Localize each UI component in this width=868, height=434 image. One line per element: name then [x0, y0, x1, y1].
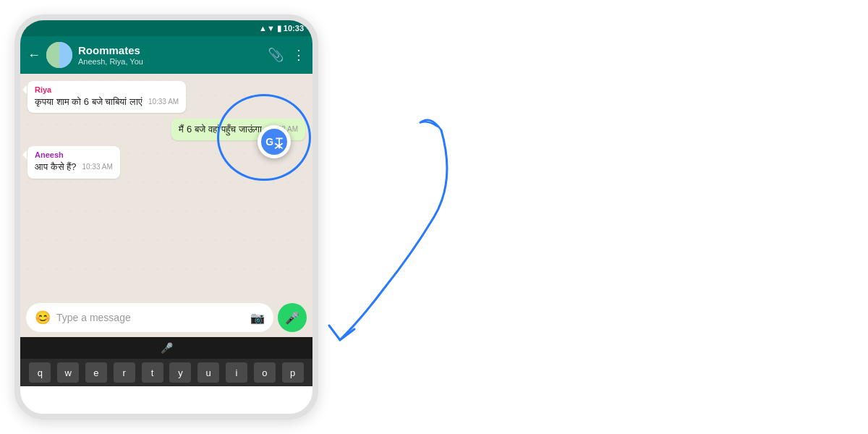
key-p[interactable]: p [282, 362, 304, 383]
message-time-1: 10:33 AM [148, 97, 179, 107]
voice-message-button[interactable]: 🎤 [278, 303, 307, 332]
attach-icon[interactable]: 📎 [268, 47, 284, 63]
key-i[interactable]: i [226, 362, 247, 383]
translate-fab-inner: G [261, 129, 287, 155]
message-time-3: 10:33 AM [82, 162, 112, 172]
mic-icon: 🎤 [285, 311, 299, 325]
input-bar: 😊 Type a message 📷 🎤 [20, 298, 312, 337]
message-aneesh: Aneesh आप कैसे हैं? 10:33 AM [27, 146, 120, 178]
key-y[interactable]: y [169, 362, 191, 383]
signal-icon: ▲▼ [259, 24, 275, 33]
emoji-button[interactable]: 😊 [35, 310, 51, 326]
phone-wrapper: ▲▼ ▮ 10:33 ← Roommates Aneesh, Riya, You… [14, 14, 318, 420]
more-options-icon[interactable]: ⋮ [292, 47, 305, 63]
message-input[interactable]: Type a message [56, 312, 244, 323]
battery-icon: ▮ [277, 24, 281, 33]
chat-header: ← Roommates Aneesh, Riya, You 📎 ⋮ [20, 36, 312, 74]
chat-area: Riya कृपया शाम को 6 बजे चाबियां लाएं 10:… [20, 74, 312, 298]
keyboard-keys-row: q w e r t y u i o p [20, 359, 312, 386]
google-translate-icon: G [264, 132, 284, 152]
message-riya: Riya कृपया शाम को 6 बजे चाबियां लाएं 10:… [27, 81, 186, 113]
time-display: 10:33 [284, 24, 304, 33]
keyboard-mic-icon[interactable]: 🎤 [161, 342, 173, 354]
key-t[interactable]: t [142, 362, 163, 383]
message-input-wrapper[interactable]: 😊 Type a message 📷 [26, 303, 273, 332]
key-u[interactable]: u [197, 362, 219, 383]
header-info: Roommates Aneesh, Riya, You [78, 44, 262, 66]
status-bar: ▲▼ ▮ 10:33 [20, 20, 312, 36]
key-e[interactable]: e [85, 362, 107, 383]
message-text-3: आप कैसे हैं? 10:33 AM [35, 161, 113, 174]
svg-text:G: G [265, 136, 273, 148]
translate-fab[interactable]: G [258, 125, 291, 158]
camera-button[interactable]: 📷 [250, 311, 265, 325]
back-button[interactable]: ← [27, 48, 41, 63]
avatar-left [46, 42, 59, 68]
message-text-1: कृपया शाम को 6 बजे चाबियां लाएं 10:33 AM [35, 95, 179, 109]
key-q[interactable]: q [29, 362, 51, 383]
key-o[interactable]: o [254, 362, 276, 383]
group-members: Aneesh, Riya, You [78, 57, 262, 66]
sender-name-aneesh: Aneesh [35, 150, 113, 159]
phone-frame: ▲▼ ▮ 10:33 ← Roommates Aneesh, Riya, You… [14, 14, 318, 420]
avatar-right [59, 42, 72, 68]
key-r[interactable]: r [114, 362, 135, 383]
status-icons: ▲▼ ▮ 10:33 [259, 24, 304, 33]
group-avatar [46, 42, 72, 68]
header-actions: 📎 ⋮ [268, 47, 305, 63]
group-name: Roommates [78, 44, 262, 57]
sender-name-riya: Riya [35, 85, 179, 94]
keyboard-top-bar: 🎤 [20, 337, 312, 359]
key-w[interactable]: w [57, 362, 79, 383]
